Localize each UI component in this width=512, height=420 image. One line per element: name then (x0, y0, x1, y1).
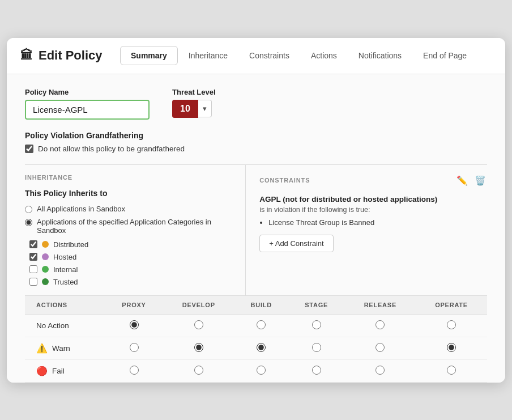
no-action-build (234, 314, 288, 337)
delete-constraint-button[interactable]: 🗑️ (473, 174, 487, 187)
distributed-dot (42, 241, 49, 248)
fail-develop-radio[interactable] (194, 366, 203, 375)
tab-inheritance[interactable]: Inheritance (178, 46, 238, 65)
no-action-proxy (105, 314, 163, 337)
warn-release-radio[interactable] (376, 343, 385, 352)
no-action-operate-radio[interactable] (447, 320, 456, 329)
grandfathering-title: Policy Violation Grandfathering (25, 131, 487, 140)
radio-specific-cats-label: Applications of the specified Applicatio… (37, 218, 232, 235)
category-trusted-label: Trusted (53, 278, 78, 286)
categories-list: Distributed Hosted Internal (29, 240, 232, 286)
actions-table: ACTIONS PROXY DEVELOP BUILD STAGE RELEAS… (25, 296, 487, 383)
constraints-header-icons: ✏️ 🗑️ (455, 174, 487, 187)
actions-table-section: ACTIONS PROXY DEVELOP BUILD STAGE RELEAS… (25, 295, 487, 383)
fail-stage-radio[interactable] (312, 366, 321, 375)
hosted-dot (42, 253, 49, 260)
inheritance-column: INHERITANCE This Policy Inherits to All … (25, 165, 246, 295)
category-distributed[interactable]: Distributed (29, 240, 232, 249)
fail-operate-radio[interactable] (447, 366, 456, 375)
fail-proxy-radio[interactable] (130, 366, 139, 375)
warn-develop (163, 337, 234, 359)
tab-actions[interactable]: Actions (300, 46, 348, 65)
no-action-stage (288, 314, 345, 337)
fail-develop (163, 359, 234, 382)
category-internal[interactable]: Internal (29, 265, 232, 274)
fail-build (234, 359, 288, 382)
fail-build-radio[interactable] (257, 366, 266, 375)
no-action-develop (163, 314, 234, 337)
no-action-release (345, 314, 416, 337)
constraints-column: CONSTRAINTS ✏️ 🗑️ AGPL (not for distribu… (246, 165, 487, 295)
warn-operate-radio[interactable] (447, 343, 456, 352)
no-action-develop-radio[interactable] (194, 320, 203, 329)
tab-notifications[interactable]: Notifications (348, 46, 412, 65)
add-constraint-button[interactable]: + Add Constraint (259, 235, 333, 252)
category-distributed-checkbox[interactable] (29, 240, 37, 248)
stage-col-header: STAGE (288, 296, 345, 315)
category-internal-label: Internal (53, 265, 78, 274)
category-trusted-checkbox[interactable] (29, 278, 37, 286)
warn-proxy-radio[interactable] (130, 343, 139, 352)
grandfathering-checkbox[interactable] (25, 145, 33, 153)
fail-release (345, 359, 416, 382)
warn-proxy (105, 337, 163, 359)
operate-col-header: OPERATE (416, 296, 487, 315)
policy-name-label: Policy Name (25, 88, 150, 96)
edit-constraint-button[interactable]: ✏️ (455, 174, 469, 187)
tab-end-of-page[interactable]: End of Page (412, 46, 477, 65)
radio-all-apps-input[interactable] (25, 206, 32, 213)
nav-tabs: Summary Inheritance Constraints Actions … (120, 46, 492, 65)
constraint-title: AGPL (not for distributed or hosted appl… (259, 195, 487, 203)
category-distributed-label: Distributed (53, 240, 88, 249)
constraint-subtitle: is in violation if the following is true… (259, 206, 487, 214)
warn-release (345, 337, 416, 359)
category-hosted[interactable]: Hosted (29, 253, 232, 261)
category-hosted-checkbox[interactable] (29, 253, 37, 261)
threat-level-value: 10 (172, 100, 198, 118)
threat-level-label: Threat Level (172, 88, 216, 96)
tab-constraints[interactable]: Constraints (238, 46, 300, 65)
no-action-operate (416, 314, 487, 337)
tab-summary[interactable]: Summary (120, 46, 178, 65)
threat-level-row: 10 ▾ (172, 100, 216, 118)
no-action-stage-radio[interactable] (312, 320, 321, 329)
fail-stage (288, 359, 345, 382)
page-title: 🏛 Edit Policy (20, 48, 111, 63)
category-internal-checkbox[interactable] (29, 265, 37, 273)
constraint-item: License Threat Group is Banned (268, 218, 487, 227)
no-action-label: No Action (25, 314, 105, 337)
fail-label: 🔴 Fail (25, 359, 105, 382)
policy-name-group: Policy Name (25, 88, 150, 120)
content-area: Policy Name Threat Level 10 ▾ Policy Vio… (7, 74, 505, 383)
grandfathering-checkbox-row[interactable]: Do not allow this policy to be grandfath… (25, 145, 487, 153)
fail-operate (416, 359, 487, 382)
threat-level-dropdown[interactable]: ▾ (198, 100, 212, 117)
warn-build-radio[interactable] (257, 343, 266, 352)
radio-all-apps-label: All Applications in Sandbox (37, 205, 125, 213)
inherits-title: This Policy Inherits to (25, 189, 232, 198)
grandfathering-section: Policy Violation Grandfathering Do not a… (25, 131, 487, 153)
category-trusted[interactable]: Trusted (29, 278, 232, 286)
radio-all-apps: All Applications in Sandbox (25, 205, 232, 213)
threat-level-group: Threat Level 10 ▾ (172, 88, 216, 118)
building-icon: 🏛 (20, 48, 33, 63)
no-action-release-radio[interactable] (376, 320, 385, 329)
radio-specific-cats: Applications of the specified Applicatio… (25, 218, 232, 235)
no-action-proxy-radio[interactable] (130, 320, 139, 329)
proxy-col-header: PROXY (105, 296, 163, 315)
warn-stage-radio[interactable] (312, 343, 321, 352)
constraint-list: License Threat Group is Banned (268, 218, 487, 227)
warn-stage (288, 337, 345, 359)
header: 🏛 Edit Policy Summary Inheritance Constr… (7, 38, 505, 74)
fail-release-radio[interactable] (376, 366, 385, 375)
warn-develop-radio[interactable] (194, 343, 203, 352)
warn-build (234, 337, 288, 359)
radio-specific-cats-input[interactable] (25, 219, 32, 226)
trusted-dot (42, 278, 49, 285)
constraints-header: CONSTRAINTS ✏️ 🗑️ (259, 174, 487, 187)
no-action-build-radio[interactable] (257, 320, 266, 329)
add-constraint-label: + Add Constraint (269, 239, 323, 248)
warn-label: ⚠️ Warn (25, 337, 105, 359)
warn-operate (416, 337, 487, 359)
policy-name-input[interactable] (25, 100, 150, 120)
